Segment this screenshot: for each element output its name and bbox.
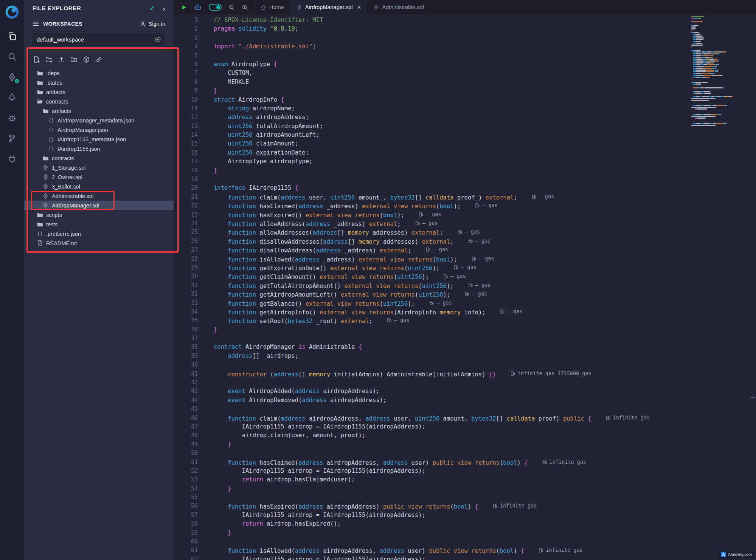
file-label: IAirdrop1155_metadata.json (57, 136, 126, 142)
line-number: 31 (174, 281, 198, 290)
tab-Home[interactable]: Home (255, 0, 290, 14)
folder-artifacts[interactable]: artifacts (24, 87, 174, 97)
line-number: 45 (174, 405, 198, 413)
line-number: 44 (174, 396, 198, 405)
gas-estimate: – gas (468, 237, 491, 245)
code-area[interactable]: 1// SPDX-License-Identifier: MIT2pragma … (174, 14, 756, 560)
link-icon[interactable] (95, 56, 102, 63)
file-label: scripts (46, 212, 62, 218)
file-label: 3_Ballot.sol (52, 184, 80, 190)
close-tab-icon[interactable]: × (357, 4, 361, 11)
json-icon: {} (48, 127, 54, 133)
line-number: 50 (174, 449, 198, 458)
folder-.states[interactable]: .states (24, 78, 174, 87)
watermark-icon: A (721, 552, 726, 557)
folder-artifacts[interactable]: artifacts (24, 106, 174, 116)
sol-icon (42, 202, 49, 209)
json-icon: {} (48, 136, 54, 142)
zoom-out-icon[interactable] (228, 4, 235, 11)
line-number: 17 (174, 157, 198, 166)
new-folder-icon[interactable] (45, 56, 53, 63)
file-Administrable.sol[interactable]: Administrable.sol (24, 191, 174, 201)
add-workspace-icon[interactable] (155, 36, 161, 43)
minimap[interactable] (691, 16, 737, 178)
gas-estimate-text: infinite gas (550, 458, 587, 466)
file-2_Owner.sol[interactable]: 2_Owner.sol (24, 172, 174, 182)
tab-AirdropManager.sol[interactable]: AirdropManager.sol× (290, 0, 368, 14)
folder-tests[interactable]: tests (24, 220, 174, 229)
code-line: 42 (174, 378, 756, 387)
folder-scripts[interactable]: scripts (24, 210, 174, 220)
scrollbar-thumb[interactable] (751, 397, 755, 398)
solidity-compiler-icon[interactable]: ✓ (0, 67, 24, 87)
file-IAirdrop1155_metadata.json[interactable]: {}IAirdrop1155_metadata.json (24, 135, 174, 144)
new-file-icon[interactable] (33, 56, 40, 63)
code-line: 54 } (174, 484, 756, 493)
line-number: 38 (174, 343, 198, 351)
tab-Administrable.sol[interactable]: Administrable.sol (367, 0, 430, 14)
file-AirdropManager_metadata.json[interactable]: {}AirdropManager_metadata.json (24, 116, 174, 125)
zoom-in-icon[interactable] (242, 4, 248, 11)
upload-folder-icon[interactable] (70, 56, 78, 63)
code-line: 21 function claim(address user, uint256 … (174, 193, 756, 201)
line-number: 10 (174, 96, 198, 104)
deploy-and-run-icon[interactable] (0, 87, 24, 108)
debugger-icon[interactable] (0, 108, 24, 128)
run-script-icon[interactable] (181, 4, 187, 11)
code-line: 11 string airdropName; (174, 104, 756, 113)
gas-icon (387, 318, 392, 323)
tab-label: Administrable.sol (382, 4, 424, 10)
code-line: 46 function claim(address airdropAddress… (174, 414, 756, 422)
folder-contracts[interactable]: contracts (24, 153, 174, 163)
line-number: 32 (174, 290, 198, 299)
file-1_Storage.sol[interactable]: 1_Storage.sol (24, 163, 174, 172)
gas-icon (493, 504, 498, 509)
gas-icon (419, 212, 424, 217)
line-number: 58 (174, 520, 198, 528)
code-line: 62 IAirdrop1155 airdrop = IAirdrop1155(a… (174, 555, 756, 560)
file-IAirdrop1155.json[interactable]: {}IAirdrop1155.json (24, 144, 174, 153)
search-icon[interactable] (0, 46, 24, 67)
file-label: contracts (52, 155, 74, 161)
cube-icon[interactable] (83, 56, 90, 63)
file-3_Ballot.sol[interactable]: 3_Ballot.sol (24, 182, 174, 191)
file-AirdropManager.sol[interactable]: AirdropManager.sol (24, 201, 174, 210)
link-icon (95, 56, 102, 63)
line-number: 47 (174, 422, 198, 431)
line-number: 13 (174, 122, 198, 131)
file-explorer-icon[interactable] (0, 26, 24, 46)
file-AirdropManager.json[interactable]: {}AirdropManager.json (24, 125, 174, 135)
workspace-selector[interactable]: default_workspace (32, 33, 166, 46)
copilot-toggle[interactable] (209, 4, 222, 11)
sign-in-button[interactable]: Sign in (140, 21, 165, 27)
gas-estimate-text: – gas (394, 316, 410, 325)
gas-estimate: infinite gas 1735800 gas (511, 369, 591, 378)
ai-assistant-icon[interactable] (194, 3, 202, 11)
menu-icon[interactable] (33, 20, 39, 27)
bug-icon (8, 113, 17, 122)
git-icon[interactable] (0, 128, 24, 149)
code-line: 43 event AirdropAdded(address airdropAdd… (174, 387, 756, 396)
plugin-manager-icon[interactable] (0, 149, 24, 169)
line-number: 52 (174, 467, 198, 475)
file-README.txt[interactable]: README.txt (24, 238, 174, 248)
remix-logo[interactable] (0, 0, 24, 24)
chevron-right-icon[interactable]: › (163, 5, 165, 12)
upload-file-icon[interactable] (58, 56, 65, 63)
folder-contracts[interactable]: contracts (24, 97, 174, 106)
file-.prettierrc.json[interactable]: {}.prettierrc.json (24, 229, 174, 238)
line-number: 51 (174, 458, 198, 467)
code-line: 48 airdrop.claim(user, amount, proof); (174, 431, 756, 440)
line-number: 62 (174, 555, 198, 560)
line-number: 19 (174, 175, 198, 184)
folder-.deps[interactable]: .deps (24, 68, 174, 78)
editor-controls (174, 0, 254, 14)
line-number: 20 (174, 184, 198, 192)
line-number: 9 (174, 87, 198, 95)
check-icon[interactable]: ✓ (149, 4, 155, 12)
line-number: 60 (174, 537, 198, 546)
tab-label: Home (269, 4, 284, 10)
line-number: 43 (174, 387, 198, 396)
line-number: 4 (174, 42, 198, 51)
code-line: 53 return airdrop.hasClaimed(user); (174, 475, 756, 484)
